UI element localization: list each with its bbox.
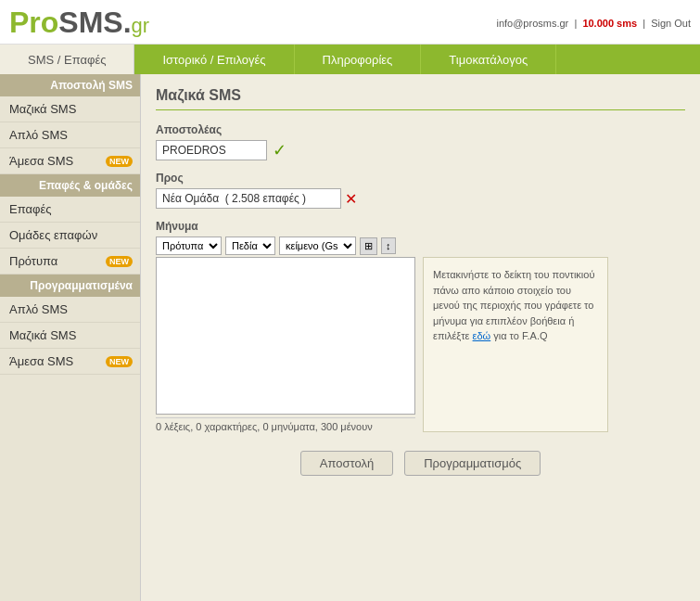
logo-gr: gr <box>132 14 150 37</box>
nav-pricelist[interactable]: Τιμοκατάλογος <box>421 45 556 74</box>
new-badge-sched-amesa: NEW <box>106 356 133 367</box>
to-remove-icon[interactable]: ✕ <box>345 190 357 208</box>
message-area-row: 0 λέξεις, 0 χαρακτήρες, 0 μηνύματα, 300 … <box>156 257 685 432</box>
nav-info[interactable]: Πληροφορίες <box>295 45 422 74</box>
to-section: Προς ✕ <box>156 172 685 209</box>
sender-label: Αποστολέας <box>156 123 685 136</box>
sidebar-section-scheduled: Προγραμματισμένα <box>0 275 140 297</box>
sender-row: ✓ <box>156 140 685 160</box>
message-stats: 0 λέξεις, 0 χαρακτήρες, 0 μηνύματα, 300 … <box>156 417 415 432</box>
sidebar: Αποστολή SMS Μαζικά SMS Απλό SMS Άμεσα S… <box>0 74 141 601</box>
sender-section: Αποστολέας ✓ <box>156 123 685 160</box>
encoding-select[interactable]: κείμενο (Gs <box>279 237 356 255</box>
logo-sms: SMS <box>58 6 122 39</box>
sidebar-item-aplo-sms[interactable]: Απλό SMS <box>0 122 140 148</box>
sidebar-item-mazika-sms[interactable]: Μαζικά SMS <box>0 96 140 122</box>
send-button[interactable]: Αποστολή <box>300 451 393 476</box>
sidebar-item-contacts[interactable]: Επαφές <box>0 197 140 223</box>
sidebar-item-sched-aplo[interactable]: Απλό SMS <box>0 297 140 323</box>
new-badge-amesa: NEW <box>106 156 133 167</box>
page-title: Μαζικά SMS <box>156 87 685 110</box>
sms-count-link[interactable]: 10.000 sms <box>582 18 637 29</box>
sidebar-item-templates[interactable]: Πρότυπα NEW <box>0 249 140 275</box>
new-badge-templates: NEW <box>106 256 133 267</box>
message-label: Μήνυμα <box>156 220 685 233</box>
logo: ProSMS.gr <box>9 6 149 40</box>
nav-history[interactable]: Ιστορικό / Επιλογές <box>134 45 294 74</box>
icon-btn-2[interactable]: ↕ <box>381 237 396 254</box>
to-label: Προς <box>156 172 685 185</box>
button-row: Αποστολή Προγραμματισμός <box>156 451 685 476</box>
header: ProSMS.gr info@prosms.gr | 10.000 sms | … <box>0 0 700 45</box>
sender-check-icon: ✓ <box>273 140 286 160</box>
nav-sms-contacts[interactable]: SMS / Επαφές <box>0 45 134 74</box>
logo-pro: Pro <box>9 6 58 39</box>
signout-link[interactable]: Sign Out <box>651 18 691 29</box>
template-select[interactable]: Πρότυπα <box>156 237 222 255</box>
content-area: Μαζικά SMS Αποστολέας ✓ Προς ✕ Μήνυμα Πρ… <box>141 74 700 601</box>
sidebar-item-amesa-sms[interactable]: Άμεσα SMS NEW <box>0 148 140 174</box>
to-input[interactable] <box>156 188 341 209</box>
sidebar-item-sched-amesa[interactable]: Άμεσα SMS NEW <box>0 349 140 375</box>
header-right: info@prosms.gr | 10.000 sms | Sign Out <box>496 18 691 29</box>
sidebar-item-groups[interactable]: Ομάδες επαφών <box>0 223 140 249</box>
message-hint: Μετακινήστε το δείκτη του ποντικιού πάνω… <box>423 257 608 432</box>
textarea-wrapper: 0 λέξεις, 0 χαρακτήρες, 0 μηνύματα, 300 … <box>156 257 415 432</box>
logo-dot: . <box>123 6 132 39</box>
field-select[interactable]: Πεδία <box>225 237 275 255</box>
message-section: Μήνυμα Πρότυπα Πεδία κείμενο (Gs ⊞ ↕ <box>156 220 685 432</box>
to-row: ✕ <box>156 188 685 209</box>
message-textarea[interactable] <box>156 257 415 415</box>
message-controls: Πρότυπα Πεδία κείμενο (Gs ⊞ ↕ <box>156 237 685 255</box>
sidebar-section-contacts: Επαφές & ομάδες <box>0 174 140 197</box>
sender-input[interactable] <box>156 140 267 160</box>
faq-link[interactable]: εδώ <box>473 330 491 341</box>
icon-btn-1[interactable]: ⊞ <box>360 237 377 255</box>
sidebar-section-send: Αποστολή SMS <box>0 74 140 96</box>
schedule-button[interactable]: Προγραμματισμός <box>404 451 541 476</box>
email-link[interactable]: info@prosms.gr <box>496 18 568 29</box>
main-nav: SMS / Επαφές Ιστορικό / Επιλογές Πληροφο… <box>0 45 700 74</box>
main-layout: Αποστολή SMS Μαζικά SMS Απλό SMS Άμεσα S… <box>0 74 700 601</box>
sidebar-item-sched-mazika[interactable]: Μαζικά SMS <box>0 323 140 349</box>
